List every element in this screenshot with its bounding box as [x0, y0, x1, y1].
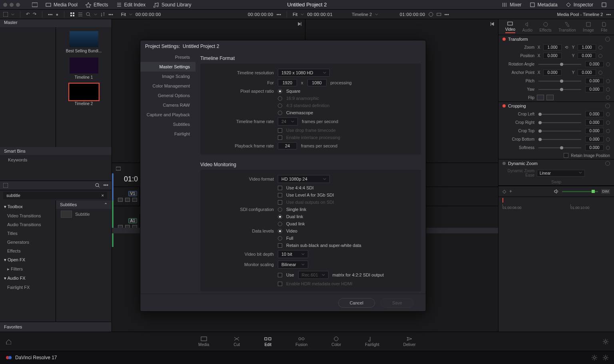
smart-bins-header[interactable]: Smart Bins: [0, 147, 112, 155]
nav-camera-raw[interactable]: Camera RAW: [140, 100, 195, 110]
crop-top-slider[interactable]: [538, 131, 581, 131]
dim-button[interactable]: DIM: [601, 189, 610, 194]
reset-icon[interactable]: [606, 121, 610, 125]
keywords-bin[interactable]: Keywords: [0, 155, 112, 165]
crop-left-input[interactable]: 0.000: [585, 111, 604, 117]
keyframe-in-icon[interactable]: +: [509, 189, 512, 194]
options-icon[interactable]: •••: [108, 12, 113, 17]
reset-icon[interactable]: [606, 88, 610, 91]
media-pool-toggle[interactable]: Media Pool: [42, 2, 82, 8]
cropping-section-header[interactable]: Cropping: [498, 102, 614, 110]
panel-layout-icon[interactable]: [3, 183, 8, 188]
sdi-dual-radio[interactable]: [278, 215, 282, 219]
src-timecode[interactable]: 00:00:00:00: [136, 12, 161, 17]
par-cinemascope-radio[interactable]: [278, 111, 282, 115]
ease-dropdown[interactable]: Linear: [537, 170, 585, 177]
openfx-category[interactable]: ▾ Open FX: [0, 255, 56, 265]
cancel-button[interactable]: Cancel: [338, 298, 375, 308]
tab-image[interactable]: Image: [583, 22, 594, 32]
page-fairlight[interactable]: Fairlight: [365, 336, 379, 347]
video-format-dropdown[interactable]: HD 1080p 24: [278, 175, 330, 183]
timeline-dropdown[interactable]: Timeline 2: [352, 12, 372, 17]
speaker-icon[interactable]: [554, 189, 559, 194]
retain-position-checkbox[interactable]: [564, 153, 568, 158]
effects-category[interactable]: Effects: [0, 247, 56, 255]
master-timecode[interactable]: 01:00:00:00: [400, 12, 425, 17]
nav-color-management[interactable]: Color Management: [140, 81, 195, 91]
track-badge-a1[interactable]: A1: [128, 218, 137, 223]
subtitle-effect-item[interactable]: Subtitle: [56, 209, 112, 219]
level-a-checkbox[interactable]: [278, 193, 282, 197]
pos-y-input[interactable]: 0.000: [578, 53, 596, 59]
playback-framerate-input[interactable]: [278, 142, 297, 149]
prev-icon[interactable]: [490, 22, 495, 26]
page-media[interactable]: Media: [198, 336, 209, 347]
nav-capture-playback[interactable]: Capture and Playback: [140, 110, 195, 119]
titles-category[interactable]: Titles: [0, 229, 56, 238]
reset-icon[interactable]: [606, 62, 610, 66]
zoom-y-input[interactable]: 1.000: [578, 44, 596, 50]
fairlightfx-item[interactable]: Fairlight FX: [0, 283, 56, 292]
crop-left-slider[interactable]: [538, 114, 581, 115]
loop-icon[interactable]: [437, 12, 441, 17]
home-icon[interactable]: [6, 339, 11, 344]
softness-slider[interactable]: [538, 147, 581, 148]
effects-toggle[interactable]: Effects: [82, 2, 112, 8]
enable-icon[interactable]: [132, 198, 137, 202]
nav-presets[interactable]: Presets: [140, 52, 195, 62]
rotation-slider[interactable]: [538, 64, 581, 65]
rec-options-icon[interactable]: •••: [445, 12, 449, 17]
timeline-resolution-dropdown[interactable]: 1920 x 1080 HD: [278, 69, 330, 77]
tab-audio[interactable]: Audio: [522, 22, 532, 32]
mini-playhead[interactable]: [502, 198, 503, 203]
redo-icon[interactable]: ↷: [33, 12, 36, 17]
rotation-input[interactable]: 0.000: [585, 61, 604, 67]
rec-fit-dropdown[interactable]: Fit: [293, 12, 297, 17]
generators-category[interactable]: Generators: [0, 238, 56, 247]
data-full-radio[interactable]: [278, 236, 282, 241]
reset-icon[interactable]: [605, 103, 610, 108]
audiofx-category[interactable]: ▾ Audio FX: [0, 274, 56, 283]
project-settings-icon[interactable]: [603, 339, 608, 344]
bit-depth-dropdown[interactable]: 10 bit: [278, 250, 308, 258]
workspace-button[interactable]: [28, 2, 42, 8]
record-icon[interactable]: ●: [56, 12, 59, 17]
page-deliver[interactable]: Deliver: [403, 336, 416, 347]
inspector-toggle[interactable]: Inspector: [562, 2, 597, 8]
rec-timecode[interactable]: 00:00:00:01: [307, 12, 333, 17]
clip-thumbnail[interactable]: [69, 31, 99, 48]
nav-master-settings[interactable]: Master Settings: [140, 62, 195, 72]
flip-h-button[interactable]: [537, 95, 544, 100]
page-cut[interactable]: Cut: [233, 336, 240, 347]
bin-tree[interactable]: [0, 27, 56, 147]
yaw-input[interactable]: 0.000: [585, 86, 604, 92]
height-input[interactable]: [307, 79, 327, 86]
auto-select-icon[interactable]: [125, 198, 130, 202]
reset-icon[interactable]: [606, 129, 610, 133]
subtitles-header[interactable]: Subtitles⌃: [56, 201, 112, 209]
reset-icon[interactable]: [606, 112, 610, 116]
master-bin-label[interactable]: Master: [0, 19, 112, 27]
src-options-icon[interactable]: •••: [277, 12, 281, 17]
use-matrix-checkbox[interactable]: [278, 273, 282, 277]
lock-icon[interactable]: [118, 198, 123, 202]
reset-icon[interactable]: [606, 95, 610, 99]
nav-general-options[interactable]: General Options: [140, 91, 195, 100]
mini-timeline[interactable]: 01:00:08:00 01:00:10:00: [498, 197, 614, 213]
crop-top-input[interactable]: 0.000: [585, 128, 604, 134]
close-window-icon[interactable]: [3, 3, 7, 7]
settings-content[interactable]: Timeline Format Timeline resolution1920 …: [195, 52, 426, 294]
list-view-icon[interactable]: [78, 12, 83, 17]
sdi-single-radio[interactable]: [278, 207, 282, 212]
grid-view-icon[interactable]: [70, 12, 75, 17]
window-controls[interactable]: [3, 3, 20, 7]
maximize-window-icon[interactable]: [16, 3, 20, 7]
crop-bottom-input[interactable]: 0.000: [585, 136, 604, 142]
page-edit[interactable]: Edit: [264, 336, 271, 347]
keyframe-out-icon[interactable]: ◇: [502, 189, 506, 194]
tab-transition[interactable]: Transition: [558, 22, 576, 32]
reset-icon[interactable]: [605, 161, 610, 166]
minimize-window-icon[interactable]: [10, 3, 14, 7]
reset-icon[interactable]: [598, 54, 602, 58]
edit-index-toggle[interactable]: Edit Index: [112, 2, 150, 8]
